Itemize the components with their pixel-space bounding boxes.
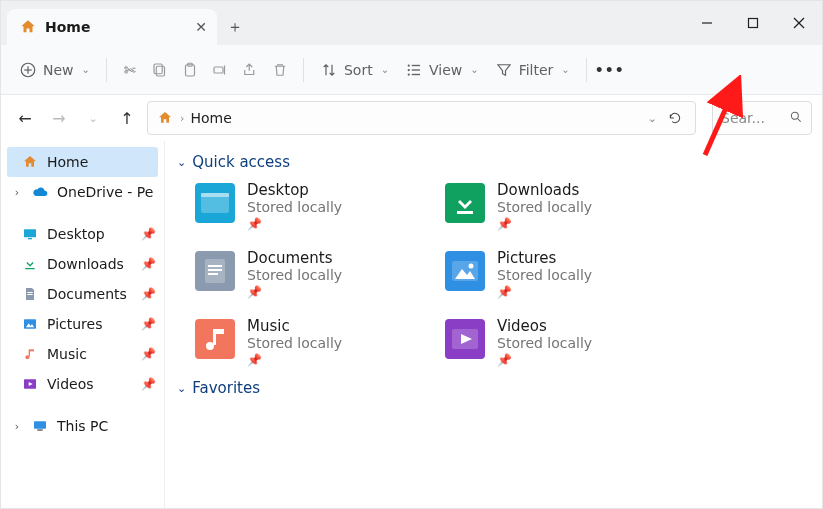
sidebar-item-home[interactable]: Home — [7, 147, 158, 177]
quick-access-item[interactable]: DownloadsStored locally📌 — [445, 181, 675, 231]
home-icon — [19, 18, 37, 36]
svg-point-43 — [206, 342, 214, 350]
sidebar-item-videos[interactable]: Videos 📌 — [1, 369, 164, 399]
recent-dropdown[interactable]: ⌄ — [79, 104, 107, 132]
pin-icon: 📌 — [497, 353, 592, 367]
sidebar-item-thispc[interactable]: › This PC — [1, 411, 164, 441]
cut-button[interactable]: ✄ — [115, 57, 145, 83]
sidebar-item-documents[interactable]: Documents 📌 — [1, 279, 164, 309]
body: Home › OneDrive - Pe Desktop 📌 Downloads… — [1, 141, 822, 508]
item-name: Pictures — [497, 249, 592, 267]
chevron-right-icon[interactable]: › — [11, 186, 23, 199]
new-button[interactable]: New ⌄ — [11, 57, 98, 83]
svg-rect-35 — [457, 211, 473, 214]
separator — [303, 58, 304, 82]
svg-rect-8 — [154, 64, 162, 74]
svg-point-14 — [408, 68, 410, 70]
pin-icon: 📌 — [497, 285, 592, 299]
share-button[interactable] — [235, 57, 265, 83]
item-name: Videos — [497, 317, 592, 335]
clipboard-icon — [181, 61, 199, 79]
item-subtitle: Stored locally — [247, 267, 342, 283]
quick-access-item[interactable]: VideosStored locally📌 — [445, 317, 675, 367]
view-label: View — [429, 62, 462, 78]
pc-icon — [31, 417, 49, 435]
chevron-right-icon[interactable]: › — [11, 420, 23, 433]
svg-rect-21 — [24, 229, 36, 237]
rename-icon — [211, 61, 229, 79]
sidebar-item-music[interactable]: Music 📌 — [1, 339, 164, 369]
documents-icon — [21, 285, 39, 303]
view-button[interactable]: View ⌄ — [397, 57, 487, 83]
quick-access-grid: DesktopStored locally📌DownloadsStored lo… — [177, 181, 810, 367]
chevron-down-icon: ⌄ — [470, 64, 478, 75]
pin-icon: 📌 — [247, 353, 342, 367]
svg-rect-34 — [201, 193, 229, 197]
sidebar-item-downloads[interactable]: Downloads 📌 — [1, 249, 164, 279]
sidebar-item-desktop[interactable]: Desktop 📌 — [1, 219, 164, 249]
rename-button[interactable] — [205, 57, 235, 83]
minimize-button[interactable] — [684, 1, 730, 45]
item-name: Documents — [247, 249, 342, 267]
item-name: Music — [247, 317, 342, 335]
filter-button[interactable]: Filter ⌄ — [487, 57, 578, 83]
pin-icon: 📌 — [141, 257, 156, 271]
breadcrumb-bar[interactable]: › Home ⌄ — [147, 101, 696, 135]
breadcrumb-current[interactable]: Home — [190, 110, 231, 126]
folder-icon — [195, 183, 235, 223]
sidebar-item-pictures[interactable]: Pictures 📌 — [1, 309, 164, 339]
svg-rect-22 — [28, 238, 32, 239]
sidebar-item-onedrive[interactable]: › OneDrive - Pe — [1, 177, 164, 207]
svg-rect-24 — [27, 294, 32, 295]
copy-button[interactable] — [145, 57, 175, 83]
quick-access-item[interactable]: DesktopStored locally📌 — [195, 181, 425, 231]
svg-rect-1 — [749, 19, 758, 28]
item-name: Downloads — [497, 181, 592, 199]
pin-icon: 📌 — [247, 217, 342, 231]
videos-icon — [21, 375, 39, 393]
maximize-button[interactable] — [730, 1, 776, 45]
up-button[interactable]: ↑ — [113, 104, 141, 132]
scissors-icon: ✄ — [121, 61, 139, 79]
search-icon — [789, 110, 803, 127]
close-window-button[interactable] — [776, 1, 822, 45]
item-subtitle: Stored locally — [247, 335, 342, 351]
pin-icon: 📌 — [141, 227, 156, 241]
chevron-right-icon[interactable]: › — [174, 112, 190, 125]
sort-label: Sort — [344, 62, 373, 78]
item-subtitle: Stored locally — [497, 267, 592, 283]
quick-access-item[interactable]: MusicStored locally📌 — [195, 317, 425, 367]
svg-rect-7 — [156, 66, 164, 76]
chevron-down-icon: ⌄ — [381, 64, 389, 75]
pin-icon: 📌 — [141, 347, 156, 361]
sidebar-label: This PC — [57, 418, 108, 434]
section-header-favorites[interactable]: ⌄ Favorites — [177, 379, 810, 397]
search-placeholder: Sear... — [721, 110, 765, 126]
chevron-down-icon[interactable]: ⌄ — [642, 112, 663, 125]
close-tab-icon[interactable]: ✕ — [195, 20, 207, 34]
paste-button[interactable] — [175, 57, 205, 83]
copy-icon — [151, 61, 169, 79]
plus-circle-icon — [19, 61, 37, 79]
refresh-button[interactable] — [663, 104, 687, 132]
more-button[interactable]: ••• — [595, 57, 625, 83]
pin-icon: 📌 — [141, 317, 156, 331]
chevron-down-icon: ⌄ — [82, 64, 90, 75]
svg-rect-23 — [27, 292, 32, 293]
svg-rect-31 — [34, 421, 46, 428]
svg-rect-32 — [37, 429, 42, 430]
new-tab-button[interactable]: ＋ — [217, 9, 253, 45]
navigation-pane: Home › OneDrive - Pe Desktop 📌 Downloads… — [1, 141, 165, 508]
section-title: Quick access — [192, 153, 290, 171]
chevron-down-icon: ⌄ — [561, 64, 569, 75]
delete-button[interactable] — [265, 57, 295, 83]
pin-icon: 📌 — [247, 285, 342, 299]
tab-home[interactable]: Home ✕ — [7, 9, 217, 45]
quick-access-item[interactable]: DocumentsStored locally📌 — [195, 249, 425, 299]
forward-button[interactable]: → — [45, 104, 73, 132]
sort-button[interactable]: Sort ⌄ — [312, 57, 397, 83]
back-button[interactable]: ← — [11, 104, 39, 132]
search-input[interactable]: Sear... — [712, 101, 812, 135]
quick-access-item[interactable]: PicturesStored locally📌 — [445, 249, 675, 299]
section-header-quick-access[interactable]: ⌄ Quick access — [177, 153, 810, 171]
